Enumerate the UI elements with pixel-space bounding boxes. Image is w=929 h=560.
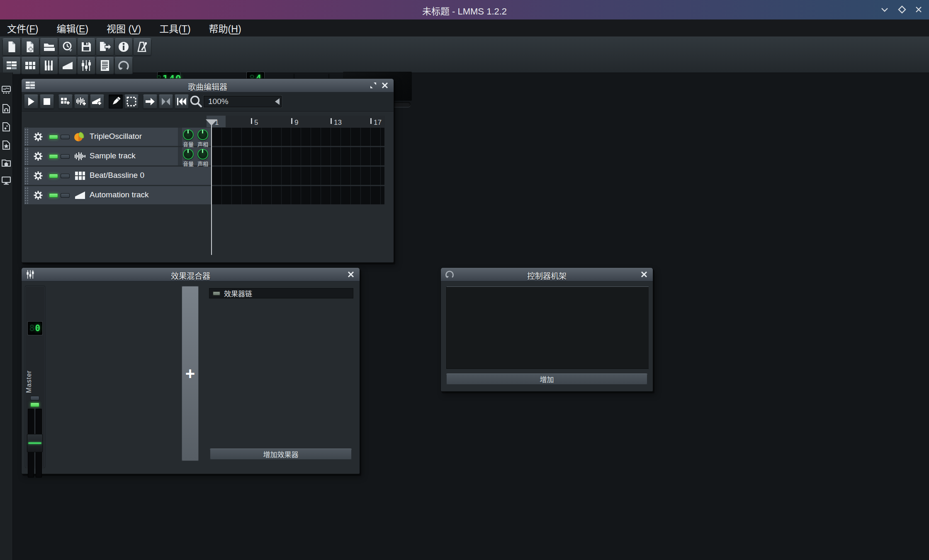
menu-edit[interactable]: 编辑(E) (56, 21, 88, 35)
master-channel-strip[interactable]: 80 Master (25, 286, 45, 468)
sample-track-icon[interactable] (75, 151, 85, 161)
add-sample-track-button[interactable] (74, 95, 88, 109)
toggle-song-editor-button[interactable] (2, 57, 21, 74)
track-name[interactable]: Sample track (90, 151, 136, 160)
save-project-button[interactable] (77, 38, 95, 56)
track-solo-led[interactable] (61, 154, 70, 159)
channel-led[interactable] (30, 396, 39, 400)
track-pan-knob[interactable] (197, 149, 208, 160)
add-controller-button[interactable]: 增加 (446, 373, 647, 385)
sidebar-item-favorites[interactable] (2, 140, 11, 150)
controller-rack-icon (118, 60, 129, 71)
track-grip[interactable] (24, 147, 29, 165)
fx-mixer-close-button[interactable] (345, 270, 356, 279)
track-mute-led[interactable] (49, 154, 58, 159)
track-grip[interactable] (24, 167, 29, 185)
new-from-template-button[interactable] (21, 38, 39, 56)
fx-mixer-titlebar[interactable]: 效果混合器 (22, 268, 360, 281)
arrow-right-icon (145, 97, 155, 106)
track-grid[interactable] (212, 147, 384, 165)
export-project-button[interactable] (96, 38, 114, 56)
track-grid[interactable] (212, 167, 384, 185)
timeline[interactable]: 1 5 9 13 17 (212, 116, 385, 127)
metronome-icon (136, 41, 148, 53)
add-channel-button[interactable]: + (182, 286, 199, 461)
follow-playback-button[interactable] (143, 95, 157, 109)
stop-button[interactable] (40, 95, 54, 109)
song-editor-close-button[interactable] (379, 81, 390, 90)
bb-track-icon[interactable] (75, 171, 85, 181)
metronome-button[interactable] (133, 38, 151, 56)
toggle-automation-editor-button[interactable] (58, 57, 77, 74)
channel-mute-led[interactable] (30, 402, 39, 407)
sidebar-item-presets[interactable] (2, 122, 11, 132)
sidebar-item-computer[interactable] (2, 176, 11, 186)
automation-track-icon[interactable] (75, 191, 85, 200)
toggle-controller-rack-button[interactable] (114, 57, 133, 74)
export-file-icon (99, 41, 111, 53)
track-grid[interactable] (212, 186, 384, 204)
zoom-spin-arrow-icon[interactable] (275, 98, 280, 105)
sidebar-item-home[interactable] (2, 158, 11, 168)
window-titlebar[interactable]: 未标题 - LMMS 1.2.2 (0, 0, 929, 19)
loop-points-icon (161, 97, 171, 106)
controller-rack-close-button[interactable] (639, 270, 649, 279)
add-automation-track-button[interactable] (90, 95, 104, 109)
controller-list-area[interactable] (446, 286, 649, 369)
song-editor-maximize-button[interactable] (368, 81, 379, 90)
gear-icon[interactable] (33, 151, 43, 161)
play-button[interactable] (24, 95, 38, 109)
menu-file[interactable]: 文件(F) (7, 21, 38, 35)
piano-roll-icon (44, 60, 54, 71)
instrument-icon[interactable] (74, 131, 85, 143)
close-button[interactable] (912, 3, 926, 16)
gear-icon[interactable] (33, 190, 43, 200)
zoom-level-select[interactable]: 100% (204, 96, 282, 107)
sidebar-item-samples[interactable] (2, 104, 11, 114)
gear-icon[interactable] (33, 171, 43, 181)
automation-icon (62, 61, 73, 70)
project-properties-button[interactable] (114, 38, 133, 56)
track-solo-led[interactable] (61, 193, 70, 198)
new-project-button[interactable] (2, 38, 21, 56)
controller-rack-titlebar[interactable]: 控制器机架 (441, 268, 653, 281)
track-grid[interactable] (212, 128, 384, 146)
sidebar-item-instruments[interactable] (2, 85, 11, 95)
menu-bar: 文件(F) 编辑(E) 视图 (V) 工具(T) 帮助(H) (0, 19, 929, 36)
track-name[interactable]: TripleOscillator (90, 132, 142, 141)
track-grip[interactable] (24, 128, 29, 146)
add-bb-track-button[interactable] (58, 95, 73, 109)
track-solo-led[interactable] (61, 135, 70, 139)
master-fader[interactable] (27, 434, 43, 452)
track-grip[interactable] (24, 186, 29, 204)
track-name[interactable]: Beat/Bassline 0 (90, 171, 144, 180)
toggle-fx-mixer-button[interactable] (77, 57, 95, 74)
menu-help[interactable]: 帮助(H) (209, 21, 241, 35)
track-solo-led[interactable] (61, 174, 70, 178)
track-mute-led[interactable] (49, 135, 58, 139)
toggle-bb-editor-button[interactable] (21, 57, 39, 74)
loop-points-button[interactable] (159, 95, 173, 109)
close-icon (381, 82, 389, 89)
track-name[interactable]: Automation track (90, 190, 149, 199)
close-icon (347, 271, 355, 278)
song-editor-titlebar[interactable]: 歌曲编辑器 (22, 79, 394, 92)
track-mute-led[interactable] (49, 193, 58, 198)
menu-tools[interactable]: 工具(T) (159, 21, 190, 35)
track-volume-knob[interactable] (183, 129, 194, 140)
gear-icon[interactable] (33, 132, 43, 142)
open-project-button[interactable] (40, 38, 58, 56)
add-effect-button[interactable]: 增加效果器 (210, 448, 352, 460)
track-volume-knob[interactable] (183, 149, 194, 160)
edit-mode-button[interactable] (124, 95, 139, 109)
toggle-piano-roll-button[interactable] (40, 57, 58, 74)
minimize-button[interactable] (878, 3, 892, 16)
track-mute-led[interactable] (49, 174, 58, 178)
menu-view[interactable]: 视图 (V) (107, 21, 141, 35)
rewind-button[interactable] (175, 95, 189, 109)
draw-mode-button[interactable] (109, 95, 123, 109)
recently-opened-button[interactable] (58, 38, 77, 56)
fx-chain-enable-led[interactable] (213, 291, 220, 296)
project-notes-button[interactable] (96, 57, 114, 74)
maximize-button[interactable] (895, 3, 909, 16)
